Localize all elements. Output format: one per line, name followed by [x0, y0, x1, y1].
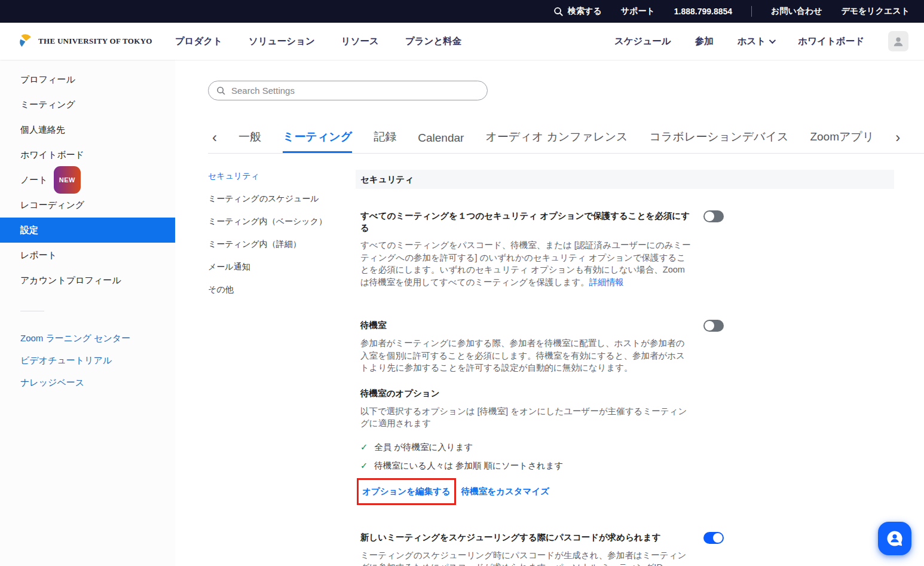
sidebar-item-label: レポート [20, 243, 57, 268]
setting-title: 待機室 [360, 319, 387, 331]
tabs-scroll-left-icon[interactable]: ‹ [212, 129, 217, 153]
nav-host-label: ホスト [738, 35, 766, 48]
sidebar-item-label: 設定 [20, 218, 38, 243]
waiting-room-links: オプションを編集する 待機室をカスタマイズ [360, 478, 894, 505]
check-icon: ✓ [360, 460, 368, 472]
chat-person-icon [885, 529, 904, 548]
setting-title: すべてのミーティングを１つのセキュリティ オプションで保護することを必須にする [360, 210, 692, 234]
setting-waiting-room: 待機室 参加者がミーティングに参加する際、参加者を待機室に配置し、ホストが参加者… [356, 319, 894, 374]
toggle-knob [705, 321, 714, 331]
highlight-red-box: オプションを編集する [357, 478, 456, 505]
sidebar-item-meetings[interactable]: ミーティング [0, 92, 175, 117]
tabs-scroll-right-icon[interactable]: › [895, 129, 900, 153]
sidebar-item-label: 個人連絡先 [20, 117, 65, 142]
subnav-in-meeting-advanced[interactable]: ミーティング内（詳細） [208, 238, 356, 250]
topbar-request-demo-link[interactable]: デモをリクエスト [841, 6, 910, 17]
option-text: 全員 が待機室に入ります [374, 441, 473, 453]
nav-whiteboard[interactable]: ホワイトボード [798, 35, 864, 48]
waiting-room-options-title: 待機室のオプション [360, 387, 894, 399]
subnav-in-meeting-basic[interactable]: ミーティング内（ベーシック） [208, 215, 356, 227]
waiting-room-options: 待機室のオプション 以下で選択するオプションは [待機室] をオンにしたユーザー… [356, 387, 894, 505]
setting-title: 新しいミーティングをスケジューリングする際にパスコードが求められます [360, 531, 661, 543]
sidebar-item-notes[interactable]: ノート NEW [0, 167, 175, 192]
nav-products[interactable]: プロダクト [175, 35, 222, 48]
subnav-security[interactable]: セキュリティ [208, 170, 356, 182]
setting-passcode-required: 新しいミーティングをスケジューリングする際にパスコードが求められます ミーティン… [356, 531, 894, 566]
logo-text: THE UNIVERSITY OF TOKYO [38, 36, 152, 46]
sidebar-divider [20, 311, 44, 311]
passcode-required-toggle[interactable] [703, 532, 724, 544]
sidebar-item-label: レコーディング [20, 192, 84, 218]
nav-solutions[interactable]: ソリューション [249, 35, 315, 48]
nav-schedule[interactable]: スケジュール [614, 35, 671, 48]
settings-search-input[interactable] [231, 85, 479, 96]
person-icon [892, 35, 905, 48]
support-chat-button[interactable] [878, 522, 911, 555]
sidebar-link-knowledge-base[interactable]: ナレッジベース [0, 371, 175, 393]
main-navbar: THE UNIVERSITY OF TOKYO プロダクト ソリューション リソ… [0, 23, 924, 60]
section-header-security: セキュリティ [356, 170, 894, 189]
sidebar-item-label: プロフィール [20, 67, 75, 92]
sidebar-item-label: ホワイトボード [20, 142, 84, 167]
setting-require-security-option: すべてのミーティングを１つのセキュリティ オプションで保護することを必須にする … [356, 210, 894, 288]
setting-description: 参加者がミーティングに参加する際、参加者を待機室に配置し、ホストが参加者の入室を… [360, 337, 691, 374]
nav-plans-pricing[interactable]: プランと料金 [405, 35, 461, 48]
search-icon [216, 86, 226, 96]
setting-description-text: すべてのミーティングをパスコード、待機室、または [認証済みユーザーにのみミーテ… [360, 240, 691, 287]
sidebar-link-learning-center[interactable]: Zoom ラーニング センター [0, 327, 175, 349]
check-icon: ✓ [360, 441, 368, 453]
sidebar-item-account-profile[interactable]: アカウントプロフィール [0, 268, 175, 293]
topbar-phone[interactable]: 1.888.799.8854 [674, 7, 732, 16]
nav-join[interactable]: 参加 [695, 35, 714, 48]
ginkgo-leaf-logo-icon [18, 33, 33, 49]
waiting-room-options-desc: 以下で選択するオプションは [待機室] をオンにしたユーザーが主催するミーティン… [360, 405, 695, 430]
sidebar-item-whiteboard[interactable]: ホワイトボード [0, 142, 175, 167]
nav-resources[interactable]: リソース [341, 35, 379, 48]
sidebar-item-settings[interactable]: 設定 [0, 218, 175, 243]
topbar-search-label: 検索する [568, 6, 602, 17]
settings-search[interactable] [208, 81, 488, 100]
tab-general[interactable]: 一般 [238, 124, 261, 153]
setting-description: ミーティングのスケジューリング時にパスコードが生成され、参加者はミーティングに参… [360, 549, 691, 566]
toggle-knob [713, 533, 723, 543]
left-sidebar: プロフィール ミーティング 個人連絡先 ホワイトボード ノート NEW レコーデ… [0, 60, 175, 566]
top-utility-bar: 検索する サポート 1.888.799.8854 お問い合わせ デモをリクエスト [0, 0, 924, 23]
sidebar-item-label: アカウントプロフィール [20, 268, 121, 293]
tab-audio-conference[interactable]: オーディオ カンファレンス [485, 124, 628, 153]
subnav-email-notification[interactable]: メール通知 [208, 261, 356, 273]
profile-avatar[interactable] [888, 31, 908, 51]
tab-zoom-apps[interactable]: Zoomアプリ [810, 124, 874, 153]
tab-meeting[interactable]: ミーティング [283, 124, 352, 153]
option-everyone-in-waiting-room: ✓ 全員 が待機室に入ります [360, 441, 894, 453]
subnav-other[interactable]: その他 [208, 283, 356, 295]
sidebar-item-contacts[interactable]: 個人連絡先 [0, 117, 175, 142]
tab-recording[interactable]: 記録 [374, 124, 396, 153]
settings-panel: セキュリティ すべてのミーティングを１つのセキュリティ オプションで保護すること… [356, 170, 894, 566]
university-of-tokyo-logo[interactable]: THE UNIVERSITY OF TOKYO [18, 33, 152, 49]
topbar-divider [751, 6, 752, 17]
require-security-option-toggle[interactable] [703, 210, 724, 222]
sidebar-item-profile[interactable]: プロフィール [0, 67, 175, 92]
nav-host-menu[interactable]: ホスト [738, 35, 775, 48]
subnav-schedule-meeting[interactable]: ミーティングのスケジュール [208, 192, 356, 204]
nav-links: プロダクト ソリューション リソース プランと料金 [175, 35, 462, 48]
customize-waiting-room-link[interactable]: 待機室をカスタマイズ [461, 486, 549, 497]
learn-more-link[interactable]: 詳細情報 [589, 277, 624, 287]
sidebar-item-recordings[interactable]: レコーディング [0, 192, 175, 218]
sidebar-item-reports[interactable]: レポート [0, 243, 175, 268]
tab-calendar[interactable]: Calendar [418, 127, 464, 153]
settings-content: ‹ 一般 ミーティング 記録 Calendar オーディオ カンファレンス コラ… [175, 60, 924, 566]
sidebar-link-video-tutorials[interactable]: ビデオチュートリアル [0, 349, 175, 371]
setting-description: すべてのミーティングをパスコード、待機室、または [認証済みユーザーにのみミーテ… [360, 239, 691, 288]
edit-options-link[interactable]: オプションを編集する [362, 487, 451, 496]
nav-right: スケジュール 参加 ホスト ホワイトボード [614, 31, 908, 51]
waiting-room-toggle[interactable] [703, 320, 724, 332]
sidebar-item-label: ミーティング [20, 92, 75, 117]
tab-collaboration-devices[interactable]: コラボレーションデバイス [650, 124, 789, 153]
search-icon [553, 7, 564, 17]
new-badge: NEW [54, 166, 81, 194]
topbar-support-link[interactable]: サポート [621, 6, 655, 17]
topbar-contact-link[interactable]: お問い合わせ [771, 6, 822, 17]
sidebar-item-label: ノート [20, 167, 48, 192]
topbar-search[interactable]: 検索する [553, 6, 602, 17]
